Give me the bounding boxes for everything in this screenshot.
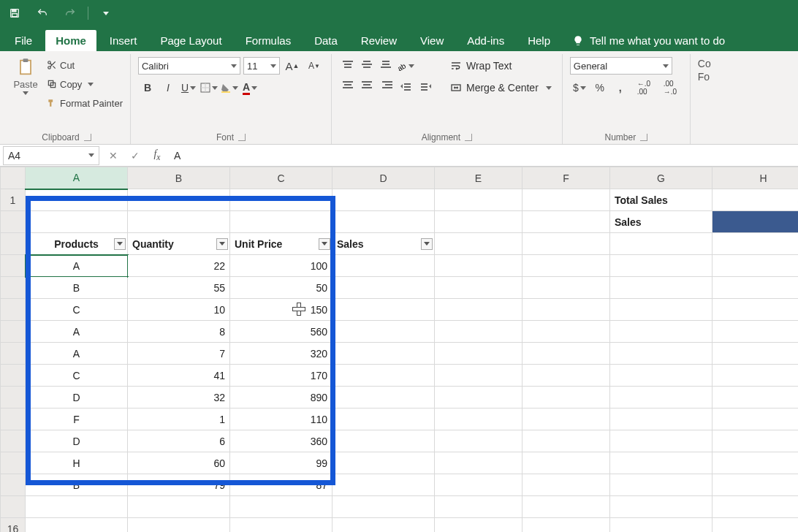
row-header-11[interactable]: [1, 408, 26, 430]
font-color-button[interactable]: A: [240, 79, 259, 96]
align-right-button[interactable]: [377, 77, 395, 92]
cell-E13[interactable]: [435, 452, 522, 474]
decrease-indent-button[interactable]: [396, 77, 415, 95]
cell-E3[interactable]: [435, 233, 522, 255]
font-size-combo[interactable]: 11: [243, 57, 280, 75]
cell-E14[interactable]: [435, 474, 522, 496]
cell-C3[interactable]: Unit Price: [230, 233, 332, 255]
name-box[interactable]: A4: [3, 146, 99, 165]
cell-E12[interactable]: [435, 430, 522, 452]
cell-F5[interactable]: [522, 277, 610, 299]
row-header-10[interactable]: [1, 387, 26, 408]
undo-button[interactable]: [32, 3, 53, 23]
cell-H15[interactable]: [712, 496, 799, 518]
cell-A8[interactable]: A: [26, 343, 128, 365]
cell-H11[interactable]: [712, 408, 799, 430]
cell-B12[interactable]: 6: [128, 430, 230, 452]
cell-G13[interactable]: [610, 452, 712, 474]
align-top-button[interactable]: [339, 57, 357, 72]
cell-A15[interactable]: [26, 496, 128, 518]
cell-B3[interactable]: Quantity: [128, 233, 230, 255]
cell-E8[interactable]: [435, 343, 522, 365]
cell-A12[interactable]: D: [26, 430, 128, 452]
cell-D3[interactable]: Sales: [332, 233, 435, 255]
tab-view[interactable]: View: [410, 30, 454, 51]
cell-G5[interactable]: [610, 277, 712, 299]
cell-G2[interactable]: Sales: [610, 211, 712, 233]
tab-formulas[interactable]: Formulas: [235, 30, 302, 51]
cell-A13[interactable]: H: [26, 452, 128, 474]
tab-review[interactable]: Review: [351, 30, 407, 51]
row-header-3[interactable]: [1, 233, 26, 255]
row-header-2[interactable]: [1, 211, 26, 233]
merge-center-button[interactable]: Merge & Center: [447, 79, 555, 96]
cell-G10[interactable]: [610, 387, 712, 408]
cell-D4[interactable]: [332, 255, 435, 277]
cell-A4[interactable]: A: [26, 255, 128, 277]
cell-F8[interactable]: [522, 343, 610, 365]
row-header-5[interactable]: [1, 277, 26, 299]
row-header-8[interactable]: [1, 343, 26, 365]
cell-E16[interactable]: [435, 518, 522, 533]
cell-B8[interactable]: 7: [128, 343, 230, 365]
cell-F10[interactable]: [522, 387, 610, 408]
qat-customize-button[interactable]: [96, 3, 116, 23]
row-header-4[interactable]: [1, 255, 26, 277]
cell-E4[interactable]: [435, 255, 522, 277]
cell-D2[interactable]: [332, 211, 435, 233]
cell-H10[interactable]: [712, 387, 799, 408]
cell-H3[interactable]: [712, 233, 799, 255]
tab-page-layout[interactable]: Page Layout: [150, 30, 232, 51]
cell-F6[interactable]: [522, 299, 610, 321]
decrease-decimal-button[interactable]: .00→.0: [658, 79, 683, 96]
cell-B16[interactable]: [128, 518, 230, 533]
spreadsheet-grid[interactable]: ABCDEFGH1Total Sales$ -Sales$ -ProductsQ…: [0, 167, 798, 532]
cell-F14[interactable]: [522, 474, 610, 496]
cell-G1[interactable]: Total Sales: [610, 189, 712, 211]
cell-E9[interactable]: [435, 365, 522, 387]
cell-H7[interactable]: [712, 321, 799, 343]
cell-C11[interactable]: 110: [230, 408, 332, 430]
bold-button[interactable]: B: [138, 79, 157, 96]
row-header-15[interactable]: [1, 496, 26, 518]
tab-file[interactable]: File: [4, 30, 42, 51]
cell-F11[interactable]: [522, 408, 610, 430]
row-header-6[interactable]: [1, 299, 26, 321]
save-button[interactable]: [4, 3, 25, 23]
col-header-G[interactable]: G: [610, 167, 712, 189]
cell-C12[interactable]: 360: [230, 430, 332, 452]
cell-D12[interactable]: [332, 430, 435, 452]
cell-D7[interactable]: [332, 321, 435, 343]
filter-dropdown-icon[interactable]: [216, 238, 228, 250]
cell-C14[interactable]: 87: [230, 474, 332, 496]
cell-C4[interactable]: 100: [230, 255, 332, 277]
col-header-B[interactable]: B: [128, 167, 230, 189]
borders-button[interactable]: [200, 79, 218, 96]
cell-A10[interactable]: D: [26, 387, 128, 408]
cell-B10[interactable]: 32: [128, 387, 230, 408]
grow-font-button[interactable]: A▲: [283, 57, 302, 75]
tell-me-search[interactable]: Tell me what you want to do: [572, 30, 725, 51]
orientation-button[interactable]: ab: [396, 57, 415, 75]
cell-F9[interactable]: [522, 365, 610, 387]
percent-format-button[interactable]: %: [590, 79, 609, 96]
cell-D14[interactable]: [332, 474, 435, 496]
cell-H1[interactable]: $ -: [712, 189, 799, 211]
cell-D5[interactable]: [332, 277, 435, 299]
cell-D13[interactable]: [332, 452, 435, 474]
cell-F1[interactable]: [522, 189, 610, 211]
cell-A14[interactable]: B: [26, 474, 128, 496]
cell-H6[interactable]: [712, 299, 799, 321]
cell-C13[interactable]: 99: [230, 452, 332, 474]
cell-G9[interactable]: [610, 365, 712, 387]
cell-D16[interactable]: [332, 518, 435, 533]
cell-F7[interactable]: [522, 321, 610, 343]
cell-B15[interactable]: [128, 496, 230, 518]
cell-F2[interactable]: [522, 211, 610, 233]
cell-B6[interactable]: 10: [128, 299, 230, 321]
col-header-E[interactable]: E: [435, 167, 522, 189]
cell-C1[interactable]: [230, 189, 332, 211]
increase-decimal-button[interactable]: ←.0.00: [631, 79, 656, 96]
cell-F15[interactable]: [522, 496, 610, 518]
cell-F3[interactable]: [522, 233, 610, 255]
